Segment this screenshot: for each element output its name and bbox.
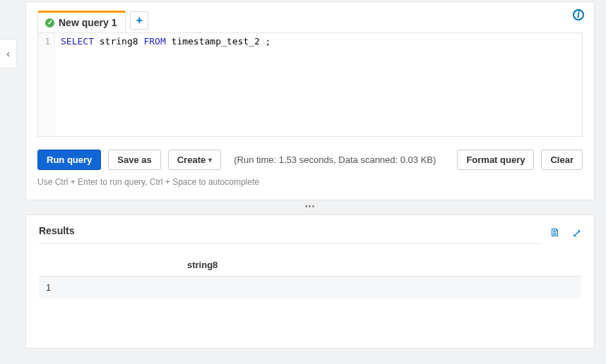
run-query-button[interactable]: Run query (37, 150, 101, 170)
tab-new-query-1[interactable]: ✓ New query 1 (37, 11, 126, 32)
format-query-button[interactable]: Format query (457, 150, 534, 170)
sql-tail: ; (260, 36, 271, 47)
column-header-rownum (39, 254, 180, 277)
results-table: string8 1 (39, 254, 581, 298)
expand-icon[interactable]: ⤢ (572, 226, 581, 240)
results-title: Results (39, 225, 541, 244)
panel-resize-handle[interactable]: ••• (25, 200, 595, 210)
results-header: Results 🗎 ⤢ (39, 225, 581, 244)
query-panel: i ✓ New query 1 + 1 SELECT string8 FROM … (25, 1, 595, 200)
download-icon[interactable]: 🗎 (549, 226, 561, 240)
chevron-left-icon: ‹ (6, 48, 10, 59)
keyword-select: SELECT (61, 36, 94, 47)
save-as-button[interactable]: Save as (108, 150, 160, 170)
create-button[interactable]: Create ▾ (168, 150, 221, 170)
cell-string8 (180, 277, 581, 299)
add-tab-button[interactable]: + (130, 11, 148, 30)
line-number: 1 (38, 36, 50, 47)
editor-gutter: 1 (38, 33, 55, 136)
sidebar-expand-handle[interactable]: ‹ (0, 39, 17, 68)
query-toolbar: Run query Save as Create ▾ (Run time: 1.… (37, 150, 583, 170)
run-info-text: (Run time: 1.53 seconds, Data scanned: 0… (234, 154, 436, 165)
results-panel: Results 🗎 ⤢ string8 1 (25, 214, 595, 348)
create-label: Create (177, 154, 206, 165)
sql-editor[interactable]: 1 SELECT string8 FROM timestamp_test_2 ; (37, 32, 583, 137)
chevron-down-icon: ▾ (208, 156, 212, 164)
column-header-string8: string8 (180, 254, 581, 277)
table-name: timestamp_test_2 (172, 36, 260, 47)
editor-code[interactable]: SELECT string8 FROM timestamp_test_2 ; (55, 33, 582, 136)
info-icon[interactable]: i (573, 9, 584, 20)
column-name: string8 (100, 36, 138, 47)
clear-button[interactable]: Clear (541, 150, 583, 170)
tab-label: New query 1 (59, 17, 117, 28)
table-row: 1 (39, 277, 581, 299)
table-header-row: string8 (39, 254, 581, 277)
results-actions: 🗎 ⤢ (549, 226, 581, 243)
keyboard-hint: Use Ctrl + Enter to run query, Ctrl + Sp… (37, 177, 583, 187)
plus-icon: + (136, 14, 143, 27)
keyword-from: FROM (143, 36, 165, 47)
cell-rownum: 1 (39, 277, 180, 299)
tab-bar: ✓ New query 1 + (37, 11, 583, 32)
check-icon: ✓ (45, 18, 54, 28)
